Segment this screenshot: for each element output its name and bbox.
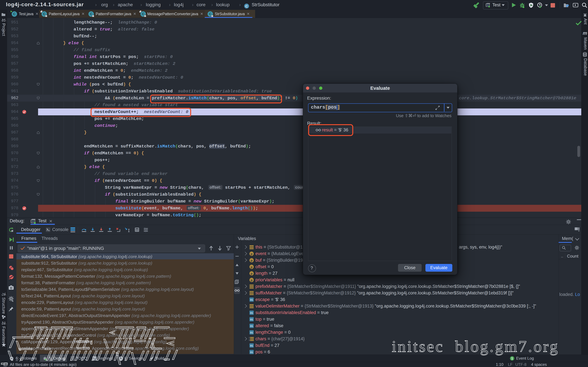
svg-text:p: p [251, 252, 253, 256]
svg-text:p: p [251, 278, 253, 282]
svg-text:01: 01 [250, 351, 253, 354]
svg-text:3: 3 [249, 339, 250, 341]
svg-text:01: 01 [250, 325, 253, 327]
svg-text:01: 01 [250, 344, 253, 347]
svg-text:p: p [251, 272, 253, 275]
svg-text:01: 01 [250, 331, 253, 334]
svg-text:01: 01 [250, 318, 253, 321]
svg-text:01: 01 [250, 311, 253, 314]
svg-text:1: 1 [511, 357, 513, 360]
svg-text:1: 1 [249, 337, 250, 339]
svg-text:01: 01 [250, 298, 253, 301]
svg-text:p: p [251, 259, 253, 262]
svg-text:p: p [251, 265, 253, 269]
